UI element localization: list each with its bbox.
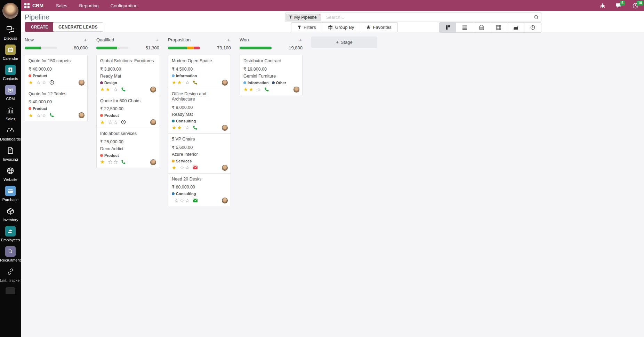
card-partner: Azure Interior bbox=[172, 152, 227, 157]
search-input[interactable] bbox=[326, 15, 534, 20]
kanban-card[interactable]: Info about services ₹ 25,000.00 Deco Add… bbox=[96, 128, 159, 168]
star-rating[interactable]: ☆☆ bbox=[108, 159, 119, 165]
filters-button[interactable]: Filters bbox=[291, 22, 322, 32]
star-rating[interactable]: ☆☆ bbox=[108, 120, 119, 125]
tag-dot bbox=[243, 81, 246, 84]
star-rating[interactable]: ☆ bbox=[185, 80, 190, 85]
card-tag: Product bbox=[100, 113, 119, 118]
star-rating[interactable]: ☆ bbox=[185, 125, 190, 130]
sidebar-item-link-tracker[interactable]: Link Tracker bbox=[0, 266, 21, 282]
card-amount: ₹ 4,500.00 bbox=[172, 66, 227, 72]
menu-sales[interactable]: Sales bbox=[56, 3, 67, 8]
favorites-button[interactable]: Favorites bbox=[360, 22, 397, 32]
quick-add-icon[interactable]: + bbox=[155, 37, 159, 42]
envelope-icon[interactable] bbox=[193, 198, 198, 203]
kanban-card[interactable]: Quote for 150 carpets ₹ 40,000.00 Produc… bbox=[25, 55, 88, 88]
kanban-column-new: New + 80,000 Quote for 150 carpets ₹ 40,… bbox=[25, 37, 88, 121]
salesperson-avatar bbox=[293, 87, 299, 93]
star-rating[interactable]: ★ bbox=[100, 120, 105, 125]
star-rating[interactable]: ☆☆ bbox=[36, 113, 47, 118]
star-rating[interactable]: ★★ bbox=[172, 80, 183, 85]
sidebar-item-recruitment[interactable]: Recruitment bbox=[0, 246, 21, 262]
messages-button[interactable]: 5 bbox=[616, 3, 622, 8]
sidebar-item-inventory[interactable]: Inventory bbox=[2, 206, 18, 222]
create-button[interactable]: CREATE bbox=[25, 22, 55, 32]
calendar-view-button[interactable] bbox=[473, 22, 490, 33]
column-progressbar[interactable] bbox=[240, 47, 272, 49]
card-tag: Product bbox=[29, 74, 47, 78]
phone-icon[interactable] bbox=[121, 87, 126, 92]
star-rating[interactable]: ☆ bbox=[257, 87, 262, 92]
list-view-button[interactable] bbox=[456, 22, 473, 33]
sidebar-item-purchase[interactable]: Purchase bbox=[2, 186, 18, 202]
messages-badge: 5 bbox=[620, 1, 625, 6]
kanban-card[interactable]: Global Solutions: Furnitures ₹ 3,800.00 … bbox=[96, 55, 159, 95]
add-stage-button[interactable]: + Stage bbox=[311, 37, 377, 48]
star-rating[interactable]: ★★ bbox=[172, 125, 183, 130]
kanban-card[interactable]: Distributor Contract ₹ 19,800.00 Gemini … bbox=[240, 55, 303, 95]
kanban-view-button[interactable] bbox=[439, 22, 456, 33]
card-amount: ₹ 25,000.00 bbox=[100, 139, 155, 144]
quick-add-icon[interactable]: + bbox=[84, 37, 87, 42]
sidebar-item-invoicing[interactable]: Invoicing bbox=[3, 145, 18, 161]
kanban-card[interactable]: Modern Open Space ₹ 4,500.00 Information… bbox=[168, 55, 231, 88]
column-amount: 79,100 bbox=[217, 45, 231, 50]
generate-leads-button[interactable]: GENERATE LEADS bbox=[53, 22, 103, 32]
sidebar-item-crm[interactable]: CRM bbox=[5, 85, 16, 101]
star-rating[interactable]: ★★ bbox=[243, 87, 254, 92]
activities-badge: 10 bbox=[637, 1, 643, 6]
star-rating[interactable]: ★ bbox=[172, 165, 177, 170]
sidebar-item-dashboards[interactable]: Dashboards bbox=[0, 125, 21, 141]
activities-button[interactable]: 10 bbox=[633, 3, 638, 9]
kanban-card[interactable]: 5 VP Chairs ₹ 5,600.00 Azure Interior Se… bbox=[168, 133, 231, 174]
kanban-card[interactable]: Quote for 600 Chairs ₹ 22,500.00 Product… bbox=[96, 95, 159, 128]
menu-configuration[interactable]: Configuration bbox=[111, 3, 137, 8]
column-progressbar[interactable] bbox=[25, 47, 57, 49]
search-box[interactable]: My Pipeline × bbox=[285, 13, 541, 22]
card-title: Quote for 150 carpets bbox=[29, 58, 84, 64]
envelope-icon[interactable] bbox=[193, 165, 198, 170]
quick-add-icon[interactable]: + bbox=[227, 37, 230, 42]
employees-icon bbox=[5, 226, 16, 236]
column-progressbar[interactable] bbox=[96, 47, 128, 49]
star-rating[interactable]: ★★ bbox=[100, 87, 111, 92]
search-icon[interactable] bbox=[534, 15, 539, 20]
star-rating[interactable]: ★ bbox=[100, 159, 105, 165]
debug-bug-icon[interactable] bbox=[600, 3, 605, 8]
phone-icon[interactable] bbox=[264, 87, 269, 92]
phone-icon[interactable] bbox=[193, 80, 198, 85]
star-rating[interactable]: ★ bbox=[29, 80, 34, 85]
star-rating[interactable]: ☆☆☆ bbox=[174, 198, 190, 203]
kanban-card[interactable]: Quote for 12 Tables ₹ 40,000.00 Product … bbox=[25, 88, 88, 121]
pivot-view-button[interactable] bbox=[490, 22, 507, 33]
column-progressbar[interactable] bbox=[168, 47, 200, 49]
sidebar-item-contacts[interactable]: Contacts bbox=[3, 65, 18, 81]
user-avatar[interactable] bbox=[2, 3, 18, 19]
sidebar-item-discuss[interactable]: Discuss bbox=[4, 24, 17, 40]
star-rating[interactable]: ★ bbox=[29, 113, 34, 118]
clock-icon[interactable] bbox=[49, 80, 54, 85]
activity-view-button[interactable] bbox=[524, 22, 541, 33]
sidebar-item-employees[interactable]: Employees bbox=[1, 226, 20, 242]
star-rating[interactable]: ☆☆ bbox=[36, 80, 47, 85]
kanban-column-qualified: Qualified + 51,300 Global Solutions: Fur… bbox=[96, 37, 159, 168]
sidebar-item-sales[interactable]: Sales bbox=[5, 105, 16, 121]
kanban-card[interactable]: Office Design and Architecture ₹ 9,000.0… bbox=[168, 88, 231, 134]
facet-remove-icon[interactable]: × bbox=[319, 14, 320, 17]
menu-reporting[interactable]: Reporting bbox=[79, 3, 98, 8]
phone-icon[interactable] bbox=[193, 125, 198, 130]
quick-add-icon[interactable]: + bbox=[299, 37, 302, 42]
group-by-button[interactable]: Group By bbox=[322, 22, 360, 32]
kanban-card[interactable]: Need 20 Desks ₹ 60,000.00 Consulting ☆☆☆ bbox=[168, 173, 231, 207]
star-rating[interactable]: ☆☆ bbox=[179, 165, 190, 170]
clock-icon[interactable] bbox=[121, 120, 126, 125]
app-name[interactable]: CRM bbox=[32, 3, 43, 8]
star-rating[interactable]: ☆ bbox=[113, 87, 119, 92]
sidebar-item-calendar[interactable]: Calendar bbox=[3, 45, 18, 61]
graph-view-button[interactable] bbox=[507, 22, 524, 33]
phone-icon[interactable] bbox=[49, 113, 54, 118]
column-title: Qualified bbox=[96, 37, 114, 42]
phone-icon[interactable] bbox=[121, 160, 126, 165]
apps-grid-icon[interactable] bbox=[24, 3, 30, 8]
sidebar-item-website[interactable]: Website bbox=[3, 166, 17, 182]
